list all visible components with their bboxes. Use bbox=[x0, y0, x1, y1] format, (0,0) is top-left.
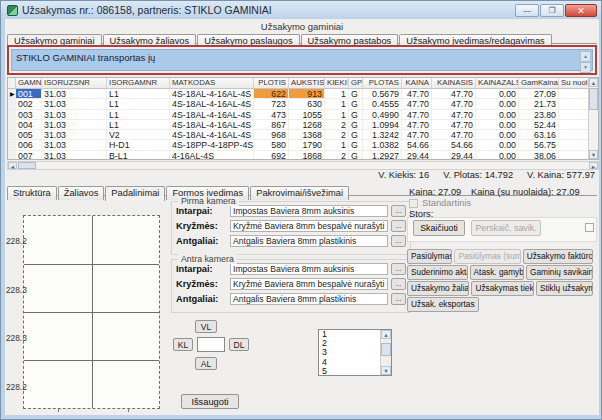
cell-plotas[interactable]: 0.5679 bbox=[363, 89, 402, 98]
row-selector-cell[interactable] bbox=[8, 151, 16, 159]
cell-su-nuol[interactable] bbox=[559, 140, 590, 149]
action-suderinimo-aktas[interactable]: Suderinimo aktas bbox=[407, 265, 468, 280]
cell-isorgamnr[interactable]: L1 bbox=[107, 89, 170, 98]
scroll-down-icon[interactable]: ▼ bbox=[589, 150, 598, 159]
table-horizontal-scrollbar[interactable]: ◄ ► bbox=[7, 161, 599, 170]
row-selector-cell[interactable] bbox=[8, 130, 16, 139]
cell-kainazalsis[interactable]: 0.00 bbox=[476, 120, 519, 129]
cell-kaina[interactable]: 54.66 bbox=[402, 140, 432, 149]
action-gaminių-savikainos[interactable]: Gaminių savikainos bbox=[526, 265, 593, 280]
al-button[interactable]: AL bbox=[195, 357, 217, 370]
spinner-up-icon[interactable]: ▲ bbox=[580, 51, 591, 62]
cell-isoruzsnr[interactable]: 31.03 bbox=[42, 89, 107, 98]
cell-kiekis[interactable]: 2 bbox=[325, 120, 349, 129]
vl-button[interactable]: VL bbox=[195, 320, 217, 333]
cell-matkodas[interactable]: 4S-18AL-4-16AL-4S bbox=[170, 110, 254, 119]
cell-gamkaina[interactable]: 21.73 bbox=[519, 99, 559, 108]
cell-matkodas[interactable]: 4S-18AL-4-16AL-4S bbox=[170, 99, 254, 108]
cell-kainasis[interactable]: 47.70 bbox=[432, 120, 476, 129]
cell-kiekis[interactable]: 1 bbox=[325, 140, 349, 149]
glass-division-diagram[interactable]: 228.2228.3228.3228.2 bbox=[23, 215, 160, 409]
cell-gamn[interactable]: 005 bbox=[16, 130, 42, 139]
column-header-su-nuol[interactable]: Su nuol bbox=[559, 78, 590, 88]
cell-aukstis[interactable]: 1790 bbox=[289, 140, 325, 149]
cell-kiekis[interactable]: 2 bbox=[325, 151, 349, 159]
cell-plotas[interactable]: 0.4990 bbox=[363, 110, 402, 119]
cell-kainazalsis[interactable]: 0.00 bbox=[476, 99, 519, 108]
action-pasiūlymas-sum[interactable]: Pasiūlymas (sum) bbox=[454, 249, 520, 264]
cell-plotas[interactable]: 0.4555 bbox=[363, 99, 402, 108]
cell-kiekis[interactable]: 2 bbox=[325, 130, 349, 139]
cell-isoruzsnr[interactable]: 31.03 bbox=[42, 99, 107, 108]
cell-plotas[interactable]: 1.0382 bbox=[363, 140, 402, 149]
cell-kaina[interactable]: 47.70 bbox=[402, 130, 432, 139]
cell-gamn[interactable]: 007 bbox=[16, 151, 42, 159]
scroll-up-icon[interactable]: ▲ bbox=[589, 78, 598, 87]
listbox-item[interactable]: 4 bbox=[319, 358, 380, 367]
cell-kiekis[interactable]: 1 bbox=[325, 110, 349, 119]
action-pasiūlymas[interactable]: Pasiūlymas bbox=[407, 249, 452, 264]
cell-gamkaina[interactable]: 38.06 bbox=[519, 151, 559, 159]
cell-plotis[interactable]: 723 bbox=[254, 99, 289, 108]
scroll-left-icon[interactable]: ◄ bbox=[8, 162, 17, 169]
listbox-item[interactable]: 3 bbox=[319, 348, 380, 357]
column-header-gamkaina[interactable]: GamKaina bbox=[519, 78, 559, 88]
cell-aukstis[interactable]: 913 bbox=[289, 89, 325, 98]
division-count-listbox[interactable]: 12345 ▲ ▼ bbox=[318, 329, 392, 376]
row-selector-cell[interactable]: ▶ bbox=[8, 89, 16, 98]
table-row[interactable]: 00631.03H-D14S-18PP-4-18PP-4S58017901G1.… bbox=[8, 140, 598, 150]
division-value-input[interactable] bbox=[197, 337, 225, 352]
scroll-up-icon[interactable]: ▲ bbox=[381, 330, 391, 339]
browse-button[interactable]: ... bbox=[391, 205, 406, 217]
cell-isorgamnr[interactable]: L1 bbox=[107, 110, 170, 119]
save-button[interactable]: Išsaugoti bbox=[181, 394, 239, 409]
cell-gamkaina[interactable]: 27.09 bbox=[519, 89, 559, 98]
calc-option-checkbox[interactable] bbox=[585, 223, 594, 232]
cell-gp[interactable]: G bbox=[349, 99, 363, 108]
table-row[interactable]: 00331.03L14S-18AL-4-16AL-4S47310551G0.49… bbox=[8, 110, 598, 120]
listbox-item[interactable]: 1 bbox=[319, 330, 380, 339]
cell-su-nuol[interactable] bbox=[559, 130, 590, 139]
cell-su-nuol[interactable] bbox=[559, 110, 590, 119]
column-header-plotas[interactable]: PLOTAS bbox=[363, 78, 402, 88]
cell-plotas[interactable]: 1.0994 bbox=[363, 120, 402, 129]
column-header-isoruzsnr[interactable]: ISORUZSNR bbox=[42, 78, 107, 88]
cell-kainazalsis[interactable]: 0.00 bbox=[476, 130, 519, 139]
cell-gamn[interactable]: 001 bbox=[16, 89, 42, 98]
subtab-žaliavos[interactable]: Žaliavos bbox=[58, 186, 105, 200]
cell-kainasis[interactable]: 47.70 bbox=[432, 89, 476, 98]
cell-plotas[interactable]: 1.3242 bbox=[363, 130, 402, 139]
action-užsak-eksportas[interactable]: Užsak. eksportas bbox=[407, 297, 479, 312]
column-header-kiekis[interactable]: KIEKIS bbox=[325, 78, 349, 88]
cell-gp[interactable]: G bbox=[349, 120, 363, 129]
cell-matkodas[interactable]: 4S-18PP-4-18PP-4S bbox=[170, 140, 254, 149]
cell-matkodas[interactable]: 4S-18AL-4-16AL-4S bbox=[170, 130, 254, 139]
cell-plotis[interactable]: 622 bbox=[254, 89, 289, 98]
cell-kainasis[interactable]: 47.70 bbox=[432, 99, 476, 108]
cell-kainasis[interactable]: 47.70 bbox=[432, 130, 476, 139]
action-užsakymo-žaliavos[interactable]: Užsakymo žaliavos bbox=[407, 281, 469, 296]
cell-matkodas[interactable]: 4-16AL-4S bbox=[170, 151, 254, 159]
cell-gp[interactable]: G bbox=[349, 89, 363, 98]
vscroll-thumb[interactable] bbox=[589, 88, 598, 110]
row-selector-cell[interactable] bbox=[8, 99, 16, 108]
cell-gamn[interactable]: 004 bbox=[16, 120, 42, 129]
cell-aukstis[interactable]: 1055 bbox=[289, 110, 325, 119]
field-input-antgaliai[interactable] bbox=[230, 235, 388, 247]
cell-plotis[interactable]: 867 bbox=[254, 120, 289, 129]
cell-gamkaina[interactable]: 52.44 bbox=[519, 120, 559, 129]
kl-button[interactable]: KL bbox=[173, 338, 193, 351]
cell-matkodas[interactable]: 4S-18AL-4-16AL-4S bbox=[170, 120, 254, 129]
hscroll-thumb[interactable] bbox=[18, 162, 36, 169]
cell-kiekis[interactable]: 1 bbox=[325, 99, 349, 108]
cell-kainazalsis[interactable]: 0.00 bbox=[476, 151, 519, 159]
cell-kainazalsis[interactable]: 0.00 bbox=[476, 89, 519, 98]
cell-su-nuol[interactable] bbox=[559, 120, 590, 129]
perskaiciuoti-savikaina-button[interactable]: Perskaič. savik. bbox=[471, 220, 541, 236]
table-row[interactable]: 00231.03L14S-18AL-4-16AL-4S7236301G0.455… bbox=[8, 99, 598, 109]
standartinis-checkbox[interactable] bbox=[409, 199, 418, 208]
close-button[interactable]: ✕ bbox=[565, 4, 597, 17]
cell-kaina[interactable]: 29.44 bbox=[402, 151, 432, 159]
row-selector-cell[interactable] bbox=[8, 140, 16, 149]
titlebar[interactable]: Užsakymas nr.: 086158, partneris: STIKLO… bbox=[1, 1, 602, 19]
